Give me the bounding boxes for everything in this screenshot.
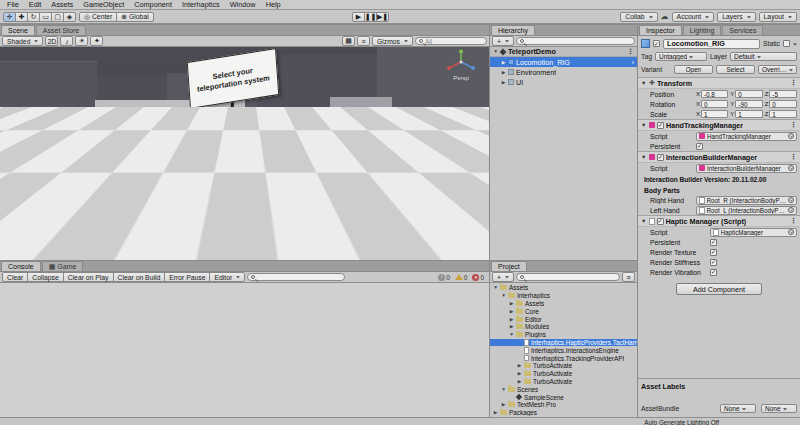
expander-arrow[interactable]: ▶ <box>509 324 514 329</box>
project-item-turboactivate[interactable]: ▶TurboActivate <box>490 362 637 370</box>
menu-window[interactable]: Window <box>225 0 261 9</box>
create-gameobject-dropdown[interactable]: + <box>492 36 514 46</box>
console-log-area[interactable] <box>0 283 489 417</box>
render-vibration-checkbox[interactable] <box>710 269 717 276</box>
transform-tool-button[interactable]: ◈ <box>63 12 76 22</box>
left-hand-object-field[interactable]: Root_L (InteractionBodyPart) <box>696 206 797 215</box>
hierarchy-item-ui[interactable]: ▶UI <box>490 77 637 87</box>
assetbundle-variant-dropdown[interactable]: None <box>761 404 797 413</box>
project-search-input[interactable] <box>526 274 616 281</box>
expander-arrow[interactable]: ▶ <box>501 70 506 75</box>
object-name-field[interactable]: Locomotion_RIG <box>663 39 760 49</box>
scene-orientation-gizmo[interactable]: Persp <box>441 49 481 83</box>
foldout-arrow[interactable]: ▼ <box>641 218 647 224</box>
project-item-turboactivate[interactable]: ▶TurboActivate <box>490 370 637 378</box>
transform-scale-z-field[interactable]: 1 <box>769 110 797 118</box>
foldout-arrow[interactable]: ▼ <box>641 154 647 160</box>
gizmos-dropdown[interactable]: Gizmos <box>372 36 413 46</box>
script-object-field[interactable]: HandTrackingManager <box>696 132 797 141</box>
expander-arrow[interactable]: ▶ <box>509 309 514 314</box>
expander-arrow[interactable]: ▶ <box>493 410 498 415</box>
console-clear-on-build-button[interactable]: Clear on Build <box>113 272 166 282</box>
persistent-checkbox[interactable] <box>696 143 703 150</box>
menu-file[interactable]: File <box>2 0 24 9</box>
foldout-arrow[interactable]: ▼ <box>641 80 647 86</box>
add-component-button[interactable]: Add Component <box>676 283 762 295</box>
transform-rotation-x-field[interactable]: 0 <box>701 100 728 108</box>
static-dropdown-caret[interactable] <box>793 43 797 47</box>
project-item-packages[interactable]: ▶Packages <box>490 409 637 417</box>
transform-scale-x-field[interactable]: 1 <box>701 110 728 118</box>
component-enabled-checkbox[interactable] <box>657 154 664 161</box>
object-picker-icon[interactable] <box>788 165 794 171</box>
render-texture-checkbox[interactable] <box>710 249 717 256</box>
expander-arrow[interactable]: ▼ <box>501 293 506 298</box>
hierarchy-search-input[interactable] <box>526 38 631 45</box>
project-item-samplescene[interactable]: SampleScene <box>490 393 637 401</box>
project-item-modules[interactable]: ▶Modules <box>490 323 637 331</box>
collab-dropdown[interactable]: Collab <box>620 12 657 22</box>
project-item-scenes[interactable]: ▼Scenes <box>490 385 637 393</box>
space-toggle-button[interactable]: ⊕Global <box>116 12 153 22</box>
prefab-overrides-dropdown[interactable]: Overrides <box>758 65 797 74</box>
right-hand-object-field[interactable]: Root_R (InteractionBodyPart) <box>696 196 797 205</box>
scene-lighting-toggle[interactable]: ☀ <box>75 36 88 46</box>
camera-projection-label[interactable]: Persp <box>453 75 469 81</box>
kebab-menu-icon[interactable]: ⋮ <box>790 217 797 225</box>
console-info-count-toggle[interactable]: 0 <box>438 274 450 281</box>
object-picker-icon[interactable] <box>788 207 794 213</box>
expander-arrow[interactable]: ▶ <box>501 60 506 65</box>
tab-asset-store[interactable]: Asset Store <box>36 25 86 35</box>
layout-dropdown[interactable]: Layout <box>759 12 797 22</box>
scene-effects-toggle[interactable]: ✦ <box>90 36 103 46</box>
expander-arrow[interactable]: ▶ <box>501 80 506 85</box>
console-editor-button[interactable]: Editor <box>209 272 245 282</box>
expander-arrow[interactable]: ▼ <box>493 49 498 54</box>
kebab-menu-icon[interactable]: ⋮ <box>790 121 797 129</box>
foldout-arrow[interactable]: ▼ <box>641 122 647 128</box>
console-error-pause-button[interactable]: Error Pause <box>164 272 210 282</box>
create-asset-dropdown[interactable]: + <box>492 272 514 282</box>
tab-project[interactable]: Project <box>491 261 527 271</box>
expander-arrow[interactable]: ▼ <box>509 332 514 337</box>
console-clear-button[interactable]: Clear <box>2 272 28 282</box>
project-item-textmesh-pro[interactable]: ▶TextMesh Pro <box>490 401 637 409</box>
prefab-open-button[interactable]: Open <box>674 65 713 74</box>
project-search-field[interactable] <box>516 273 620 281</box>
component-enabled-checkbox[interactable] <box>657 218 664 225</box>
hierarchy-search-field[interactable] <box>516 37 635 45</box>
transform-position-z-field[interactable]: -5 <box>769 90 797 98</box>
project-hidden-packages-toggle[interactable]: ≡ <box>622 272 635 282</box>
script-object-field[interactable]: HapticManager <box>710 228 797 237</box>
expander-arrow[interactable]: ▶ <box>517 371 522 376</box>
scene-viewport[interactable]: Select your teleportation system Ray poi… <box>0 47 489 260</box>
project-item-interhaptics-hapticproviders-tacthammerdevice[interactable]: Interhaptics.HapticProviders.TactHammerD… <box>490 339 637 347</box>
hierarchy-item-locomotion-rig[interactable]: ▶Locomotion_RIG› <box>490 57 637 67</box>
scene-search-field[interactable] <box>415 37 487 45</box>
expander-arrow[interactable]: ▶ <box>509 301 514 306</box>
transform-rotation-y-field[interactable]: -90 <box>735 100 762 108</box>
transform-position-y-field[interactable]: 0 <box>735 90 762 98</box>
prefab-select-button[interactable]: Select <box>716 65 755 74</box>
scene-audio-toggle[interactable]: ♪ <box>60 36 73 46</box>
prefab-open-arrow[interactable]: › <box>632 59 634 66</box>
tab-inspector[interactable]: Inspector <box>639 25 682 35</box>
project-item-interhaptics-trackingproviderapi[interactable]: Interhaptics.TrackingProviderAPI <box>490 354 637 362</box>
shading-mode-dropdown[interactable]: Shaded <box>2 36 43 46</box>
step-button[interactable]: ▶❚ <box>376 12 389 22</box>
console-warning-count-toggle[interactable]: 0 <box>455 274 468 281</box>
console-search-input[interactable] <box>257 274 340 281</box>
menu-component[interactable]: Component <box>129 0 177 9</box>
menu-help[interactable]: Help <box>261 0 286 9</box>
project-item-plugins[interactable]: ▼Plugins <box>490 331 637 339</box>
cloud-icon[interactable]: ☁ <box>661 12 669 21</box>
project-item-editor[interactable]: ▶Editor <box>490 315 637 323</box>
tab-game[interactable]: ▦Game <box>42 261 84 271</box>
tab-console[interactable]: Console <box>1 261 41 271</box>
expander-arrow[interactable]: ▶ <box>517 379 522 384</box>
transform-position-x-field[interactable]: -0.8 <box>701 90 728 98</box>
project-item-assets[interactable]: ▶Assets <box>490 300 637 308</box>
tab-lighting[interactable]: Lighting <box>683 25 722 35</box>
tab-scene[interactable]: Scene <box>1 25 35 35</box>
tag-dropdown[interactable]: Untagged <box>655 52 707 61</box>
